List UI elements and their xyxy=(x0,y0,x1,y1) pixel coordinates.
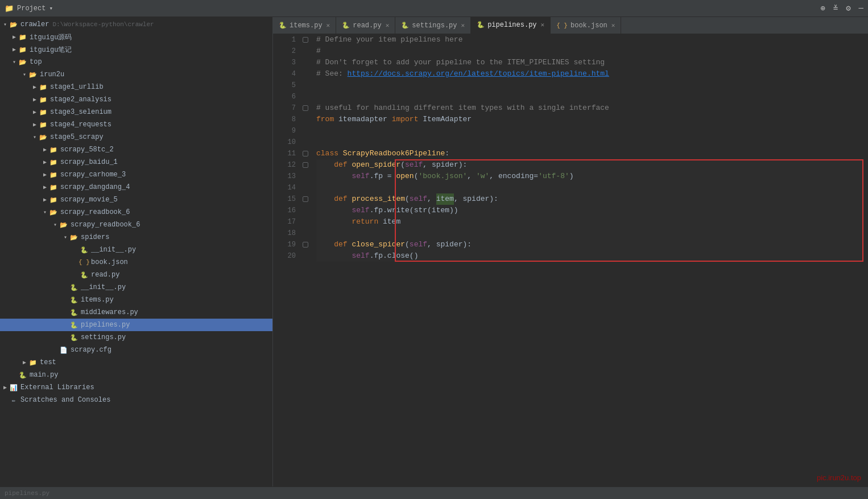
sidebar-item-scrapydangdang[interactable]: ▶ 📁 scrapy_dangdang_4 xyxy=(0,181,272,193)
settings-icon[interactable]: ⚙ xyxy=(846,3,850,13)
sidebar-item-readpy[interactable]: 🐍 read.py xyxy=(0,269,272,281)
chevron-down-icon: ▾ xyxy=(41,209,49,216)
tab-read[interactable]: 🐍 read.py ✕ xyxy=(336,17,395,34)
title-bar-left: 📁 Project ▾ xyxy=(5,4,53,13)
chevron-down-icon: ▾ xyxy=(20,71,28,78)
code-scroll-area[interactable]: # Define your item pipelines here # # Do… xyxy=(311,34,868,486)
code-token: : xyxy=(445,148,449,159)
chevron-down-icon: ▾ xyxy=(31,134,39,141)
sidebar-item-scrapybaidu[interactable]: ▶ 📁 scrapy_baidu_1 xyxy=(0,156,272,168)
sidebar-item-extlibs[interactable]: ▶ 📊 External Libraries xyxy=(0,381,272,394)
code-token: from xyxy=(316,114,334,125)
tab-items[interactable]: 🐍 items.py ✕ xyxy=(273,17,336,34)
sidebar-item-test[interactable]: ▶ 📁 test xyxy=(0,356,272,369)
project-chevron[interactable]: ▾ xyxy=(49,5,53,12)
tab-pipelines[interactable]: 🐍 pipelines.py ✕ xyxy=(471,17,551,34)
chevron-down-icon: ▾ xyxy=(10,59,18,65)
gutter-line xyxy=(300,171,311,182)
code-token: def xyxy=(316,193,348,205)
code-token: .fp = xyxy=(370,171,396,182)
sidebar-item-scrapyreadbook-inner[interactable]: ▾ 📂 scrapy_readbook_6 xyxy=(0,218,272,231)
code-link[interactable]: https://docs.scrapy.org/en/latest/topics… xyxy=(348,68,609,80)
sidebar-item-scrapy58[interactable]: ▶ 📁 scrapy_58tc_2 xyxy=(0,143,272,156)
sidebar-item-label: stage2_analysis xyxy=(50,96,111,104)
fold-marker[interactable] xyxy=(303,196,308,202)
sidebar-item-scrapymovie[interactable]: ▶ 📁 scrapy_movie_5 xyxy=(0,193,272,206)
fold-marker[interactable] xyxy=(303,37,308,43)
sidebar-item-pipelinespy[interactable]: 🐍 pipelines.py xyxy=(0,319,272,331)
sidebar-item-label: __init__.py xyxy=(81,283,126,291)
sidebar-item-scrapyreadbook[interactable]: ▾ 📂 scrapy_readbook_6 xyxy=(0,206,272,218)
line-num: 10 xyxy=(273,137,296,148)
fold-marker[interactable] xyxy=(303,151,308,156)
tab-close-icon[interactable]: ✕ xyxy=(611,22,615,29)
sidebar-item-scrapycarhome[interactable]: ▶ 📁 scrapy_carhome_3 xyxy=(0,168,272,181)
split-icon[interactable]: ≚ xyxy=(833,3,838,13)
fold-marker[interactable] xyxy=(303,162,308,168)
fold-marker[interactable] xyxy=(303,105,308,111)
code-token xyxy=(348,239,352,250)
tab-bookjson[interactable]: { } book.json ✕ xyxy=(551,17,621,34)
code-token: close_spider xyxy=(352,239,405,250)
code-token xyxy=(338,148,343,159)
sidebar-item-irun2u[interactable]: ▾ 📂 irun2u xyxy=(0,68,272,81)
sidebar-item-spiders[interactable]: ▾ 📂 spiders xyxy=(0,231,272,244)
gutter-line xyxy=(300,216,311,228)
code-token: ScrapyReadbook6Pipeline xyxy=(343,148,445,159)
sidebar-item-label: scrapy_movie_5 xyxy=(60,196,118,204)
sidebar-item-label: book.json xyxy=(91,258,128,266)
sidebar-item-stage3[interactable]: ▶ 📁 stage3_selenium xyxy=(0,106,272,118)
tab-close-icon[interactable]: ✕ xyxy=(386,22,390,29)
sidebar-item-stage5[interactable]: ▾ 📂 stage5_scrapy xyxy=(0,131,272,143)
sidebar-item-init-spiders[interactable]: 🐍 __init__.py xyxy=(0,244,272,256)
sidebar-item-scratches[interactable]: ✏️ Scratches and Consoles xyxy=(0,394,272,406)
code-line-20: self.fp.close() xyxy=(316,250,862,262)
globe-icon[interactable]: ⊕ xyxy=(820,3,825,13)
gutter-line xyxy=(300,239,311,250)
sidebar-item-label: stage1_urllib xyxy=(50,83,104,91)
gutter-line xyxy=(300,91,311,102)
main-layout: ▾ 📂 crawler D:\Workspace-python\crawler … xyxy=(0,17,868,486)
chevron-right-icon: ▶ xyxy=(10,46,18,53)
sidebar-item-init-inner[interactable]: 🐍 __init__.py xyxy=(0,281,272,294)
folder-open-icon: 📂 xyxy=(9,20,18,29)
sidebar-item-itguigu-notes[interactable]: ▶ 📁 itguigu笔记 xyxy=(0,43,272,56)
code-token: open xyxy=(396,171,414,182)
code-token xyxy=(348,159,352,171)
gutter-line xyxy=(300,57,311,68)
code-token: ( xyxy=(400,159,405,171)
code-token: self xyxy=(316,250,370,262)
code-token: , xyxy=(467,171,476,182)
tab-close-icon[interactable]: ✕ xyxy=(461,22,465,29)
sidebar-item-stage2[interactable]: ▶ 📁 stage2_analysis xyxy=(0,93,272,106)
code-line-1: # Define your item pipelines here xyxy=(316,34,862,46)
sidebar-item-label: test xyxy=(40,358,56,366)
folder-icon: 📁 xyxy=(49,170,58,179)
sidebar-item-crawler[interactable]: ▾ 📂 crawler D:\Workspace-python\crawler xyxy=(0,18,272,31)
minimize-icon[interactable]: — xyxy=(859,3,863,13)
sidebar-item-bookjson[interactable]: { } book.json xyxy=(0,256,272,269)
sidebar-item-stage1[interactable]: ▶ 📁 stage1_urllib xyxy=(0,81,272,93)
tab-close-icon[interactable]: ✕ xyxy=(326,22,330,29)
python-tab-icon: 🐍 xyxy=(279,22,287,29)
gutter-line xyxy=(300,193,311,205)
code-token: , spider): xyxy=(423,159,467,171)
fold-marker[interactable] xyxy=(303,242,308,248)
folder-icon: 📁 xyxy=(49,145,58,154)
sidebar-item-middlewarespy[interactable]: 🐍 middlewares.py xyxy=(0,306,272,319)
line-num: 13 xyxy=(273,171,296,182)
tab-settings[interactable]: 🐍 settings.py ✕ xyxy=(395,17,471,34)
status-text: pipelines.py xyxy=(5,490,49,497)
gutter-line xyxy=(300,137,311,148)
sidebar-item-mainpy[interactable]: 🐍 main.py xyxy=(0,369,272,381)
gutter-line xyxy=(300,125,311,137)
code-token: # Define your item pipelines here xyxy=(316,34,462,46)
sidebar-item-scrapycfg[interactable]: 📄 scrapy.cfg xyxy=(0,344,272,356)
sidebar-item-top[interactable]: ▾ 📂 top xyxy=(0,56,272,68)
sidebar-item-itguigu-src[interactable]: ▶ 📁 itguigu源码 xyxy=(0,31,272,43)
sidebar-item-itemspy[interactable]: 🐍 items.py xyxy=(0,294,272,306)
tab-close-icon[interactable]: ✕ xyxy=(541,21,545,28)
sidebar-item-label: read.py xyxy=(91,271,119,279)
sidebar-item-stage4[interactable]: ▶ 📁 stage4_requests xyxy=(0,118,272,131)
sidebar-item-settingspy[interactable]: 🐍 settings.py xyxy=(0,331,272,344)
